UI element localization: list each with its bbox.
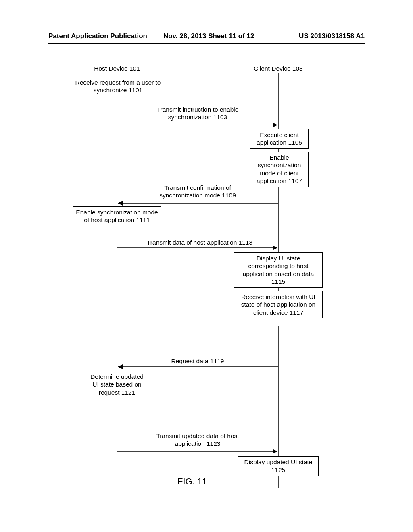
header-publication: Patent Application Publication (48, 32, 147, 40)
msg-transmit-confirmation-1109: Transmit confirmation of synchronization… (141, 184, 254, 200)
header-doc-number: US 2013/0318158 A1 (270, 32, 365, 40)
box-determine-updated-ui-1121: Determine updated UI state based on requ… (87, 371, 147, 398)
msg-transmit-enable-sync-1103: Transmit instruction to enable synchroni… (141, 106, 254, 121)
msg-request-data-1119: Request data 1119 (153, 357, 242, 365)
header-sheet-info: Nov. 28, 2013 Sheet 11 of 12 (163, 32, 254, 40)
box-receive-request-1101: Receive request from a user to synchroni… (71, 77, 165, 96)
figure-label: FIG. 11 (177, 476, 207, 487)
box-execute-client-app-1105: Execute client application 1105 (250, 129, 309, 149)
page-header: Patent Application Publication Nov. 28, … (48, 32, 365, 44)
box-display-ui-state-1115: Display UI state corresponding to host a… (234, 252, 323, 288)
msg-transmit-host-data-1113: Transmit data of host application 1113 (133, 239, 266, 246)
msg-transmit-updated-data-1123: Transmit updated data of host applicatio… (137, 432, 258, 448)
box-receive-interaction-1117: Receive interaction with UI state of hos… (234, 291, 323, 318)
box-enable-host-sync-1111: Enable synchronization mode of host appl… (73, 206, 161, 226)
box-display-updated-ui-1125: Display updated UI state 1125 (238, 456, 319, 476)
box-enable-client-sync-1107: Enable synchronization mode of client ap… (250, 152, 309, 187)
